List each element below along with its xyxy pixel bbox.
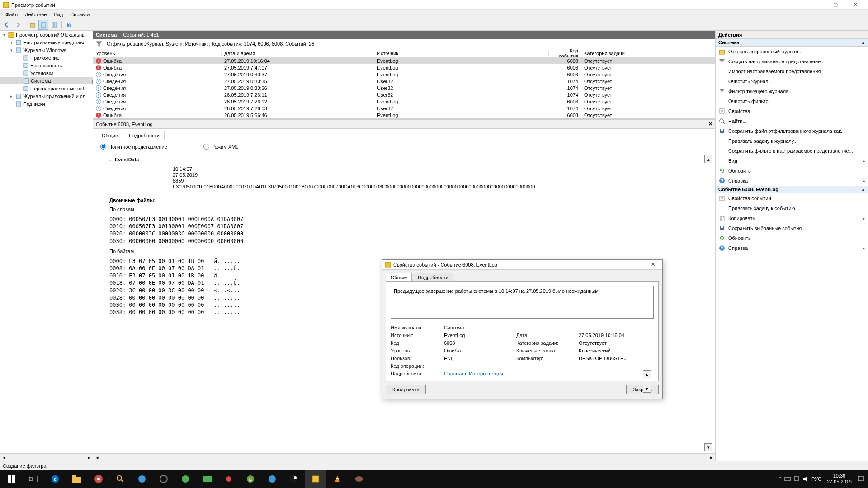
tree-item[interactable]: Перенаправленные соб xyxy=(0,84,93,92)
nav-tree[interactable]: ▾ Просмотр событий (Локальны ▾Настраивае… xyxy=(0,31,93,461)
event-row[interactable]: iСведения27.05.2019 0:30:35User321074Отс… xyxy=(93,78,715,84)
action-item[interactable]: Фильтр текущего журнала... xyxy=(716,86,868,96)
collapse-icon[interactable]: ▲ xyxy=(861,187,865,192)
tree-item[interactable]: ▾Настраиваемые представл xyxy=(0,38,93,46)
taskbar-edge[interactable]: e xyxy=(44,470,66,488)
tree-item[interactable]: ▾Журналы Windows xyxy=(0,46,93,54)
action-item[interactable]: Создать настраиваемое представление... xyxy=(716,56,868,66)
tree-item[interactable]: Система xyxy=(0,77,93,84)
collapse-icon[interactable]: ▲ xyxy=(861,40,865,45)
action-item[interactable]: ?Справка▸ xyxy=(716,243,868,253)
event-row[interactable]: iСведения27.05.2019 0:30:37EventLog6006О… xyxy=(93,71,715,78)
dlg-tab-general[interactable]: Общие xyxy=(386,273,412,282)
tree-hscroll[interactable]: ◂▸ xyxy=(0,453,93,461)
taskview-button[interactable] xyxy=(23,470,44,488)
taskbar-app2[interactable] xyxy=(153,470,175,488)
tool-btn-3[interactable] xyxy=(49,20,59,30)
menu-view[interactable]: Вид xyxy=(50,11,66,18)
detail-close-icon[interactable]: ✕ xyxy=(708,121,712,127)
dialog-titlebar[interactable]: Свойства событий - Событие 6008, EventLo… xyxy=(382,260,662,270)
menu-help[interactable]: Справка xyxy=(66,11,93,18)
action-group-header[interactable]: Система▲ xyxy=(716,39,868,47)
close-button[interactable]: ✕ xyxy=(845,0,865,10)
taskbar-app5[interactable] xyxy=(261,470,283,488)
tool-btn-1[interactable] xyxy=(28,20,38,30)
action-item[interactable]: Сохранить фильтр в настраиваемое предста… xyxy=(716,146,868,156)
radio-xml[interactable]: Режим XML xyxy=(203,144,239,150)
action-item[interactable]: Копировать▸ xyxy=(716,213,868,223)
back-button[interactable] xyxy=(2,20,12,30)
tray-lang[interactable]: РУС xyxy=(811,476,821,482)
action-item[interactable]: Обновить xyxy=(716,233,868,243)
tray-icon[interactable] xyxy=(784,476,791,482)
scroll-left-icon[interactable]: ◂ xyxy=(93,454,101,461)
action-item[interactable]: ?Справка▸ xyxy=(716,176,868,186)
taskbar-eventviewer[interactable] xyxy=(305,470,326,488)
dlg-next-event[interactable]: ▾ xyxy=(643,385,651,393)
expand-icon[interactable]: ▾ xyxy=(9,48,14,52)
event-row[interactable]: iСведения26.05.2019 7:26:03User321074Отс… xyxy=(93,105,715,112)
help-button[interactable]: ? xyxy=(64,20,74,30)
col-event-id[interactable]: Код события xyxy=(549,48,581,59)
taskbar-steam[interactable] xyxy=(283,470,305,488)
event-row[interactable]: iСведения27.05.2019 0:30:26User321074Отс… xyxy=(93,84,715,91)
maximize-button[interactable]: ▢ xyxy=(826,0,845,10)
help-link[interactable]: Справка в Интернете для xyxy=(444,371,503,376)
tray-network-icon[interactable] xyxy=(793,476,800,482)
menu-file[interactable]: Файл xyxy=(2,11,21,18)
col-category[interactable]: Категория задачи xyxy=(581,51,685,56)
action-item[interactable]: Свойства xyxy=(716,106,868,116)
event-row[interactable]: !Ошибка27.05.2019 10:16:04EventLog6008От… xyxy=(93,57,715,64)
taskbar-app3[interactable] xyxy=(175,470,196,488)
event-row[interactable]: iСведения26.05.2019 7:26:11User321074Отс… xyxy=(93,91,715,98)
copy-button[interactable]: Копировать xyxy=(386,385,426,394)
taskbar-record[interactable] xyxy=(218,470,240,488)
scroll-right-icon[interactable]: ▸ xyxy=(708,454,715,461)
detail-hscroll[interactable]: ◂▸ xyxy=(93,453,715,461)
tray-notifications-icon[interactable] xyxy=(857,475,864,483)
taskbar-app6[interactable] xyxy=(348,470,370,488)
action-item[interactable]: Сохранить файл отфильтрованного журнала … xyxy=(716,126,868,136)
dialog-close-icon[interactable]: ✕ xyxy=(646,262,660,267)
expand-icon[interactable]: ▾ xyxy=(2,33,7,37)
dlg-tab-details[interactable]: Подробности xyxy=(413,273,453,282)
col-level[interactable]: Уровень xyxy=(93,51,222,56)
detail-scroll-up[interactable]: ▴ xyxy=(704,155,712,163)
action-item[interactable]: Сохранить выбранные события... xyxy=(716,223,868,233)
taskbar-utorrent[interactable]: µ xyxy=(240,470,261,488)
tree-item[interactable]: Установка xyxy=(0,69,93,77)
taskbar-app1[interactable] xyxy=(131,470,153,488)
taskbar-explorer[interactable] xyxy=(66,470,88,488)
tree-root[interactable]: ▾ Просмотр событий (Локальны xyxy=(0,31,93,38)
tool-btn-2[interactable] xyxy=(38,20,48,30)
action-item[interactable]: Вид▸ xyxy=(716,156,868,166)
dlg-prev-event[interactable]: ▴ xyxy=(643,370,651,378)
action-item[interactable]: Свойства событий xyxy=(716,193,868,203)
action-item[interactable]: Привязать задачу к событию... xyxy=(716,203,868,213)
taskbar-search[interactable] xyxy=(109,470,131,488)
detail-scroll-down[interactable]: ▾ xyxy=(704,443,712,451)
tray-up-icon[interactable]: ˄ xyxy=(779,476,782,482)
action-item[interactable]: Открыть сохраненный журнал... xyxy=(716,47,868,56)
col-date[interactable]: Дата и время xyxy=(222,51,374,56)
tab-details[interactable]: Подробности xyxy=(124,131,165,140)
action-item[interactable]: Импорт настраиваемого представления xyxy=(716,66,868,76)
radio-friendly[interactable]: Понятное представление xyxy=(100,144,167,150)
close-button[interactable]: Закрыть xyxy=(626,385,659,394)
action-item[interactable]: Привязать задачу к журналу... xyxy=(716,136,868,146)
expand-icon[interactable]: ▸ xyxy=(9,94,14,99)
col-source[interactable]: Источник xyxy=(374,51,549,56)
tray-clock[interactable]: 10:36 27.05.2019 xyxy=(824,473,854,485)
tree-item[interactable]: Безопасность xyxy=(0,61,93,69)
menu-action[interactable]: Действие xyxy=(21,11,50,18)
event-row[interactable]: !Ошибка27.05.2019 7:47:07EventLog6008Отс… xyxy=(93,64,715,71)
tray-volume-icon[interactable] xyxy=(802,476,809,482)
action-group-header[interactable]: Событие 6008, EventLog▲ xyxy=(716,186,868,193)
event-rows[interactable]: !Ошибка27.05.2019 10:16:04EventLog6008От… xyxy=(93,57,715,118)
event-row[interactable]: !Ошибка26.05.2019 5:56:46EventLog6008Отс… xyxy=(93,112,715,118)
tab-general[interactable]: Общие xyxy=(97,131,123,140)
action-item[interactable]: Найти... xyxy=(716,116,868,126)
expand-icon[interactable]: ▾ xyxy=(9,40,14,45)
taskbar-app4[interactable] xyxy=(196,470,218,488)
action-item[interactable]: Обновить xyxy=(716,166,868,176)
